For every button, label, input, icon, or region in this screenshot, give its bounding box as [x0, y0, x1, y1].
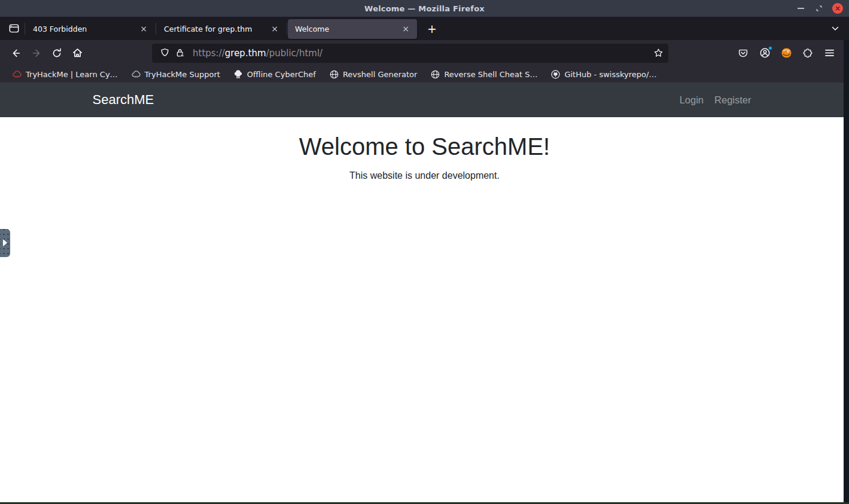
- restore-icon: [815, 4, 823, 13]
- tracking-protection-button[interactable]: [157, 45, 172, 61]
- bookmark-tryhackme[interactable]: TryHackMe | Learn Cy…: [7, 68, 123, 81]
- forward-icon: [31, 48, 42, 59]
- bookmark-label: Reverse Shell Cheat S…: [444, 70, 537, 79]
- right-scrollbar-strip[interactable]: [844, 40, 849, 504]
- url-text[interactable]: https://grep.thm/public/html/: [193, 48, 650, 59]
- login-link[interactable]: Login: [674, 94, 709, 106]
- tab-separator: [156, 23, 156, 35]
- account-button[interactable]: [754, 44, 775, 63]
- bookmark-cyberchef[interactable]: Offline CyberChef: [229, 68, 321, 81]
- page-viewport: SearchME Login Register Welcome to Searc…: [0, 83, 849, 504]
- menu-icon: [824, 47, 835, 59]
- url-protocol: https://: [193, 48, 225, 59]
- titlebar: Welcome — Mozilla Firefox ×: [0, 0, 849, 17]
- back-icon: [11, 48, 22, 59]
- tab-close-icon[interactable]: ×: [398, 24, 413, 33]
- site-nav-links: Login Register: [674, 94, 757, 106]
- site-brand[interactable]: SearchME: [93, 92, 154, 108]
- wappalyzer-extension-icon: [781, 47, 792, 59]
- tab-certificate[interactable]: Certificate for grep.thm ×: [157, 19, 286, 39]
- bookmark-revshell-generator[interactable]: Revshell Generator: [324, 68, 422, 81]
- bookmark-label: GitHub - swisskyrepo/…: [564, 70, 656, 79]
- bookmark-label: Revshell Generator: [343, 70, 418, 79]
- bookmark-github-swisskyrepo[interactable]: GitHub - swisskyrepo/…: [546, 68, 661, 81]
- main-content: Welcome to SearchME! This website is und…: [0, 117, 849, 181]
- page-heading: Welcome to SearchME!: [0, 133, 849, 160]
- url-bar[interactable]: https://grep.thm/public/html/: [152, 44, 668, 63]
- reload-icon: [51, 48, 62, 59]
- tab-close-icon[interactable]: ×: [136, 24, 151, 33]
- page-subtext: This website is under development.: [0, 170, 849, 181]
- star-icon: [653, 48, 664, 58]
- tab-bar: 403 Forbidden × Certificate for grep.thm…: [0, 17, 849, 40]
- wappalyzer-extension-button[interactable]: [776, 44, 796, 63]
- tab-label: Welcome: [295, 25, 398, 33]
- restore-button[interactable]: [814, 3, 824, 14]
- home-icon: [72, 47, 83, 59]
- home-button[interactable]: [67, 44, 87, 63]
- minimize-icon: [798, 8, 804, 9]
- reload-button[interactable]: [47, 44, 67, 63]
- new-tab-button[interactable]: +: [423, 20, 441, 38]
- navigation-toolbar: https://grep.thm/public/html/: [0, 40, 849, 66]
- close-button[interactable]: ×: [832, 3, 843, 14]
- tab-close-icon[interactable]: ×: [267, 24, 282, 33]
- firefox-view-icon: [8, 23, 20, 34]
- menu-button[interactable]: [819, 44, 839, 63]
- bookmark-reverse-shell-cheatsheet[interactable]: Reverse Shell Cheat S…: [425, 68, 542, 81]
- toolbar-right-icons: [733, 44, 839, 63]
- site-security-button[interactable]: [172, 45, 188, 61]
- list-all-tabs-button[interactable]: [825, 20, 845, 38]
- firefox-view-button[interactable]: [4, 20, 24, 38]
- bookmark-label: TryHackMe Support: [145, 70, 220, 79]
- tab-label: 403 Forbidden: [33, 25, 136, 33]
- pocket-icon: [738, 48, 748, 59]
- shield-icon: [160, 48, 170, 58]
- chevron-down-icon: [830, 24, 840, 33]
- forward-button[interactable]: [26, 44, 47, 63]
- bookmark-page-button[interactable]: [650, 45, 666, 61]
- tryhackme-cloud-red-icon: [12, 69, 22, 80]
- extensions-puzzle-icon: [802, 48, 813, 59]
- pocket-button[interactable]: [733, 44, 753, 63]
- back-button[interactable]: [6, 44, 26, 63]
- bookmark-label: Offline CyberChef: [247, 70, 316, 79]
- tab-403-forbidden[interactable]: 403 Forbidden ×: [26, 19, 155, 39]
- bookmark-tryhackme-support[interactable]: TryHackMe Support: [126, 68, 225, 81]
- url-host: grep.thm: [225, 48, 266, 59]
- bookmark-label: TryHackMe | Learn Cy…: [26, 70, 118, 79]
- register-link[interactable]: Register: [709, 94, 756, 106]
- globe-icon: [329, 69, 339, 80]
- extensions-button[interactable]: [798, 44, 818, 63]
- chef-hat-icon: [233, 69, 244, 80]
- tryhackme-cloud-gray-icon: [131, 69, 141, 80]
- expand-arrow-icon: [3, 239, 7, 246]
- window-title: Welcome — Mozilla Firefox: [364, 4, 485, 13]
- tab-separator: [25, 23, 25, 35]
- vnc-sidebar-handle[interactable]: [0, 229, 10, 257]
- bookmarks-toolbar: TryHackMe | Learn Cy… TryHackMe Support …: [0, 66, 849, 83]
- lock-warning-icon: [175, 48, 185, 58]
- plus-icon: +: [427, 22, 437, 35]
- notification-dot: [768, 46, 772, 50]
- github-icon: [550, 69, 561, 80]
- window-controls: ×: [795, 0, 843, 17]
- close-icon: ×: [835, 5, 841, 12]
- tab-label: Certificate for grep.thm: [164, 25, 267, 33]
- tab-welcome-active[interactable]: Welcome ×: [288, 19, 417, 39]
- site-navbar: SearchME Login Register: [0, 83, 849, 117]
- url-path: /public/html/: [266, 48, 322, 59]
- tab-separator: [287, 23, 287, 35]
- globe-icon: [430, 69, 440, 80]
- minimize-button[interactable]: [795, 3, 806, 14]
